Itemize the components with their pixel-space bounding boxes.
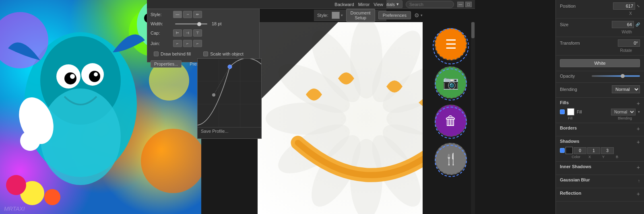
- scale-with-object-label[interactable]: Scale with object: [200, 50, 247, 58]
- shadow-labels-row: Color X Y B: [560, 154, 640, 159]
- position-row: Position ⤡: [560, 2, 640, 10]
- fork-knife-selection-border: [435, 145, 467, 177]
- width-label: Width:: [151, 21, 171, 26]
- maximize-btn[interactable]: □: [465, 2, 472, 7]
- position-x-input[interactable]: [613, 2, 635, 10]
- pressure-curve-svg: [198, 59, 261, 127]
- fill-labels-row: Fill Blending: [560, 115, 640, 120]
- cap-round-btn[interactable]: ⊣: [183, 29, 192, 37]
- mirror-btn[interactable]: Mirror: [358, 2, 370, 7]
- blending-select[interactable]: Normal: [612, 85, 640, 93]
- position-label: Position: [560, 4, 588, 8]
- join-buttons[interactable]: ⌐ ⌐ ⌐: [173, 40, 202, 47]
- shadow-x-label: X: [583, 155, 596, 159]
- canvas-area: MRTAXI Colour Swatches Line Brushes Styl…: [0, 0, 475, 214]
- shadow-color-swatch[interactable]: [566, 147, 573, 154]
- view-btn[interactable]: View: [374, 2, 383, 7]
- cap-label: Cap:: [151, 31, 171, 35]
- add-reflection-btn[interactable]: +: [637, 191, 640, 197]
- properties-btn[interactable]: Properties...: [151, 60, 182, 68]
- style-dash-btn[interactable]: ╌: [183, 11, 192, 18]
- cap-buttons[interactable]: ⊢ ⊣ ⊤: [173, 29, 202, 37]
- draw-behind-fill-label[interactable]: Draw behind fill: [151, 50, 194, 58]
- cap-butt-btn[interactable]: ⊢: [173, 29, 182, 37]
- add-shadow-btn[interactable]: +: [637, 139, 640, 145]
- burger-selection-border: [433, 28, 469, 64]
- join-row: Join: ⌐ ⌐ ⌐: [147, 38, 259, 49]
- transform-row: Transform: [560, 39, 640, 47]
- opacity-row: Opacity: [560, 74, 640, 78]
- transform-rotate-input[interactable]: [618, 39, 640, 47]
- canvas-scrollbar[interactable]: [471, 22, 475, 214]
- svg-point-22: [6, 175, 26, 195]
- opacity-section: Opacity: [556, 71, 644, 83]
- join-bevel-btn[interactable]: ⌐: [193, 40, 202, 47]
- shadows-inputs-row: [560, 147, 640, 154]
- style-solid-btn[interactable]: —: [173, 11, 182, 18]
- fill-color-swatch[interactable]: [567, 108, 574, 115]
- trash-selection-border: [435, 107, 467, 139]
- position-section: Position ⤡ X: [556, 0, 644, 19]
- width-slider[interactable]: [175, 23, 207, 25]
- fill-label-small: Fill: [577, 110, 609, 114]
- width-value: 18 pt: [212, 21, 224, 26]
- search-input[interactable]: [406, 1, 454, 8]
- style-dot-btn[interactable]: ✏: [193, 11, 202, 18]
- svg-point-10: [20, 131, 40, 151]
- draw-behind-fill-cb[interactable]: [154, 51, 159, 56]
- add-fill-btn[interactable]: +: [637, 100, 640, 107]
- scale-with-object-cb[interactable]: [203, 51, 208, 56]
- essentials-chevron: ▾: [396, 2, 399, 7]
- minimize-btn[interactable]: —: [457, 2, 464, 7]
- checkboxes-row: Draw behind fill Scale with object: [147, 49, 259, 59]
- add-border-btn[interactable]: +: [637, 126, 640, 132]
- shadow-y-input[interactable]: [587, 147, 600, 154]
- gaussian-blur-heading: Gaussian Blur: [560, 177, 590, 182]
- fill-blending-select[interactable]: Normal: [611, 109, 636, 115]
- join-label: Join:: [151, 41, 171, 46]
- save-profile-btn[interactable]: Save Profile...: [198, 127, 261, 135]
- svg-point-14: [141, 129, 201, 193]
- svg-point-8: [40, 88, 121, 185]
- cap-square-btn[interactable]: ⊤: [193, 29, 202, 37]
- preferences-btn[interactable]: Preferences: [378, 11, 411, 19]
- white-btn[interactable]: White: [560, 59, 640, 67]
- backward-btn[interactable]: Backward: [334, 2, 354, 7]
- size-value-group: 🔗: [612, 21, 640, 28]
- gaussian-blur-header-row: Gaussian Blur ↑: [560, 177, 640, 184]
- shadows-section: Shadows + Color X Y B: [556, 136, 644, 162]
- reflection-section: Reflection +: [556, 188, 644, 202]
- fill-enabled-cb[interactable]: [560, 109, 565, 114]
- join-miter-btn[interactable]: ⌐: [173, 40, 182, 47]
- doc-extra-btn[interactable]: ⚙ ▾: [414, 12, 423, 19]
- add-inner-shadow-btn[interactable]: +: [637, 164, 640, 171]
- icons-panel: ☰ 📷 🗑 🍴: [423, 22, 475, 214]
- size-resize-icon: ⤡: [637, 4, 640, 8]
- scroll-thumb[interactable]: [471, 22, 475, 38]
- shadow-x-input[interactable]: [574, 147, 586, 154]
- inner-shadows-section: Inner Shadows +: [556, 162, 644, 175]
- fill-row: Fill Normal ▾: [560, 108, 640, 115]
- svg-point-7: [94, 72, 98, 76]
- camera-selection-border: [435, 68, 467, 101]
- size-label: Size: [560, 22, 588, 27]
- transform-section: Transform Rotate: [556, 37, 644, 56]
- style-buttons[interactable]: — ╌ ✏: [173, 11, 202, 18]
- stroke-toolbar-panel: Colour Swatches Line Brushes Style: — ╌ …: [147, 0, 260, 62]
- join-round-btn[interactable]: ⌐: [183, 40, 192, 47]
- style-dropdown-arrow[interactable]: ▾: [341, 13, 343, 17]
- style-row: Style: — ╌ ✏: [147, 9, 259, 20]
- shadow-b-input[interactable]: [601, 147, 614, 154]
- position-x-label-row: X: [560, 11, 640, 16]
- fill-chevron[interactable]: ▾: [638, 110, 640, 114]
- size-width-input[interactable]: [612, 21, 634, 28]
- shadow-enabled-cb[interactable]: [560, 148, 565, 153]
- gaussian-blur-expand-icon[interactable]: ↑: [638, 178, 640, 183]
- doc-setup-btn[interactable]: Document Setup: [346, 9, 375, 22]
- camera-icon-container: 📷: [433, 66, 469, 103]
- lock-ratio-icon[interactable]: 🔗: [636, 23, 640, 27]
- opacity-slider[interactable]: [592, 75, 640, 77]
- fork-knife-icon-container: 🍴: [433, 143, 469, 179]
- pressure-curve-canvas[interactable]: [198, 59, 261, 127]
- style-swatch[interactable]: [332, 12, 340, 19]
